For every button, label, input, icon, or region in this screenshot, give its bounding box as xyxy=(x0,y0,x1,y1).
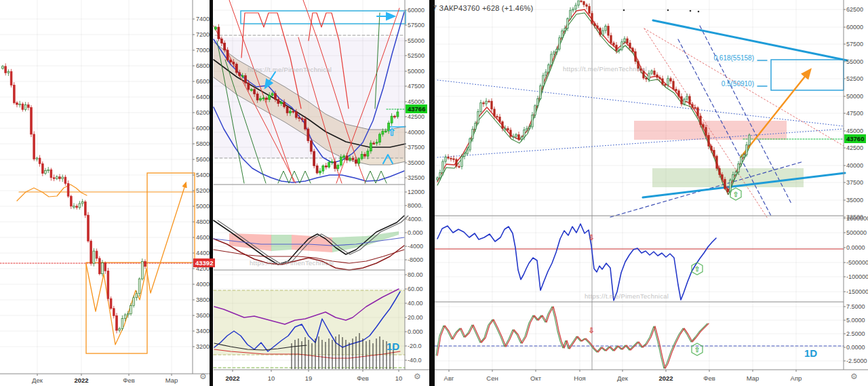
candle xyxy=(262,98,264,99)
candle xyxy=(559,38,560,50)
candle xyxy=(719,168,720,174)
price-axis-middle[interactable] xyxy=(405,0,429,370)
candle xyxy=(59,177,61,179)
candle xyxy=(277,99,279,103)
candle xyxy=(304,119,307,129)
candle xyxy=(382,132,384,134)
candle xyxy=(76,206,78,208)
candle xyxy=(2,66,4,69)
candle xyxy=(265,98,267,99)
candle xyxy=(499,117,500,122)
candle xyxy=(610,35,612,43)
candle xyxy=(461,157,462,167)
candle xyxy=(453,159,454,160)
candle xyxy=(301,119,303,120)
candle xyxy=(591,14,593,24)
down-arrow-icon: ⇩ xyxy=(588,233,594,242)
candle xyxy=(605,26,606,31)
candle xyxy=(47,170,50,171)
candle xyxy=(121,318,123,328)
candle xyxy=(31,107,33,134)
candle xyxy=(250,90,252,91)
candle xyxy=(578,1,579,5)
candle xyxy=(56,177,58,179)
candle xyxy=(467,150,468,154)
indicator-line xyxy=(17,185,87,201)
candle xyxy=(235,64,237,73)
down-arrow-icon: ⇩ xyxy=(588,326,594,334)
candle xyxy=(486,101,487,104)
annotation-zone xyxy=(652,168,804,187)
indicator-line xyxy=(437,80,844,126)
candle xyxy=(130,305,132,313)
candle xyxy=(352,158,354,159)
candle xyxy=(102,263,104,273)
candle xyxy=(27,104,29,107)
candle xyxy=(697,108,698,116)
candle xyxy=(53,178,55,179)
candle xyxy=(575,5,576,9)
indicator-line xyxy=(86,183,186,345)
candle xyxy=(19,104,21,105)
candle xyxy=(124,315,126,318)
candle xyxy=(537,99,538,106)
candle xyxy=(529,127,530,128)
candle xyxy=(556,50,557,52)
candle xyxy=(275,94,277,100)
candle xyxy=(127,314,129,315)
candle xyxy=(583,1,585,5)
candle xyxy=(310,141,312,151)
up-arrow-glyph: ⇧ xyxy=(733,191,738,198)
candle xyxy=(673,81,674,90)
candle xyxy=(322,166,324,171)
candle xyxy=(746,145,747,155)
candle xyxy=(743,155,745,157)
annotation-zone xyxy=(771,60,844,90)
candle xyxy=(635,52,636,62)
indicator-line xyxy=(436,307,707,368)
symbol-info-legend[interactable]: 7 ЗАКР43760 +628 (+1.46%) xyxy=(433,4,533,12)
candle xyxy=(716,156,717,168)
annotation-zone xyxy=(147,173,195,263)
candle xyxy=(602,31,604,35)
candle xyxy=(738,163,739,172)
candle xyxy=(290,111,292,113)
candle xyxy=(608,26,609,36)
candle xyxy=(22,104,24,109)
watermark-link: https://t.me/PimenTechnical xyxy=(250,259,334,267)
candle xyxy=(133,298,135,306)
candle xyxy=(458,166,460,168)
candle xyxy=(283,102,285,107)
candle xyxy=(248,83,250,90)
time-axis[interactable] xyxy=(0,370,868,386)
candle xyxy=(705,128,707,136)
candle xyxy=(496,116,498,117)
candle xyxy=(450,158,452,159)
candle xyxy=(96,251,98,258)
candle xyxy=(749,135,750,144)
candle xyxy=(561,31,563,37)
candle xyxy=(692,104,693,107)
candle xyxy=(627,39,628,43)
candle xyxy=(70,196,72,206)
price-axis-left[interactable] xyxy=(193,0,216,370)
candle xyxy=(445,157,446,161)
candle xyxy=(551,54,552,65)
watermark-link: https://t.me/PimenTechnical xyxy=(248,66,332,73)
indicator-line xyxy=(437,9,750,191)
candle xyxy=(713,151,715,157)
candle xyxy=(84,202,86,216)
candle xyxy=(307,129,309,140)
candle xyxy=(367,151,369,157)
candle xyxy=(632,48,633,52)
candle xyxy=(548,65,549,72)
candle xyxy=(373,143,375,144)
candle xyxy=(334,161,336,168)
candle xyxy=(50,170,52,178)
candle xyxy=(364,154,366,156)
candle xyxy=(280,102,282,104)
candle xyxy=(502,122,503,129)
candle xyxy=(39,158,41,163)
price-axis-right[interactable] xyxy=(844,0,868,370)
candle xyxy=(483,102,484,104)
